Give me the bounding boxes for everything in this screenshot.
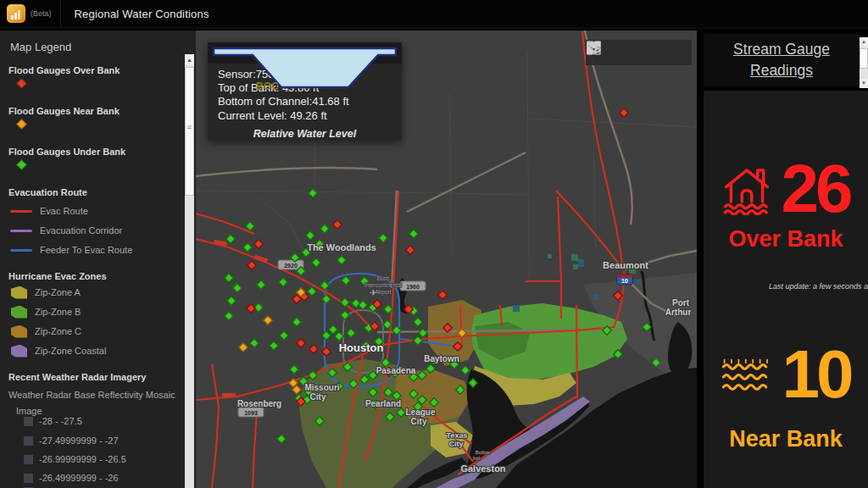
- map-city-label: Texas: [447, 431, 468, 440]
- radar-swatch: [24, 474, 33, 483]
- scrollbar-thumb[interactable]: ≡: [185, 67, 194, 196]
- near-bank-count: 10: [782, 341, 851, 408]
- sidebar-scrollbar[interactable]: ▲ ≡: [185, 54, 194, 488]
- radar-swatch: [24, 436, 33, 446]
- map-city-label: Pearland: [365, 399, 401, 408]
- legend-item-zone-a: Zip-Zone A: [11, 286, 81, 298]
- radar-item: -28 - -27.5: [24, 415, 82, 427]
- road-shield: 10: [621, 278, 628, 284]
- near-bank-diamond-swatch: [16, 119, 27, 130]
- over-bank-diamond-swatch: [16, 78, 27, 89]
- near-bank-stat-row: 10: [704, 341, 868, 408]
- evac-route-header: Evacuation Route: [8, 186, 87, 198]
- map-city-label: Arthur: [665, 308, 692, 317]
- popup-chart-title: Relative Water Level: [208, 128, 402, 140]
- map-city-label: Missouri: [304, 383, 339, 392]
- basemap-gallery-icon[interactable]: [669, 45, 685, 61]
- map-city-label: City: [411, 417, 427, 426]
- zone-coastal-swatch: [11, 345, 27, 358]
- map-city-label: Beaumont: [603, 260, 648, 270]
- legend-item-zone-c: Zip-Zone C: [11, 325, 81, 337]
- stream-gauge-header-card: Stream Gauge Readings: [704, 34, 860, 86]
- map-city-label: Intercontinental: [364, 282, 403, 288]
- popup-body: Sensor:758 Top of Bank: 43.80 ft Bottom …: [208, 64, 402, 140]
- radar-header: Recent Weather Radar Imagery: [8, 371, 146, 383]
- over-bank-label: Over Bank: [704, 226, 868, 252]
- over-bank-stat-row: 26: [704, 155, 868, 223]
- legend-item-zone-b: Zip-Zone B: [11, 306, 81, 318]
- legend-swatch-row: [18, 158, 25, 170]
- map-city-label: Houston: [339, 341, 384, 354]
- layers-icon[interactable]: [643, 45, 659, 61]
- map-city-label: City: [448, 440, 463, 448]
- legend-title: Map Legend: [10, 41, 71, 53]
- scrollbar-thumb[interactable]: [860, 48, 868, 69]
- map-city-label: Port: [672, 298, 690, 308]
- legend-item-evac-corridor: Evacuation Corridor: [10, 225, 122, 236]
- popup-current-level-line: Current Level: 49.26 ft: [208, 109, 402, 123]
- map-city-label: Bolivar: [476, 450, 491, 455]
- radar-item: -26.49999999 - -26: [24, 472, 119, 484]
- map-city-label: Pasadena: [376, 366, 416, 375]
- road-shield: 1093: [244, 410, 258, 416]
- radar-swatch: [24, 417, 33, 426]
- regional-water-conditions-app: { "topbar": {"beta_label": "(Beta)", "ti…: [0, 0, 868, 488]
- topbar-divider: [60, 0, 61, 28]
- legend-swatch-row: [18, 118, 25, 130]
- map-legend-panel: Map Legend Flood Gauges Over Bank Flood …: [0, 30, 196, 488]
- map-toolbar: [586, 40, 692, 65]
- channel-water-shape: [214, 48, 396, 87]
- feeder-line-swatch: [10, 249, 32, 252]
- map-city-label: Galveston: [460, 463, 505, 474]
- map-city-label: Bush: [377, 275, 390, 281]
- waves-icon: [721, 358, 772, 391]
- map-city-label: Airport: [375, 289, 391, 296]
- map-city-label: League: [405, 408, 435, 417]
- legend-swatch-row: [18, 77, 25, 89]
- scrollbar-up-arrow-icon[interactable]: ▲: [860, 37, 868, 47]
- panel-scrollbar[interactable]: ▲ ▼: [860, 37, 868, 88]
- legend-section-header: Flood Gauges Near Bank: [8, 105, 120, 117]
- gauges-near-bank-header: Flood Gauges Near Bank: [8, 106, 120, 116]
- under-bank-diamond-swatch: [16, 159, 27, 170]
- road-shield: 1960: [406, 284, 420, 290]
- stream-gauge-stats-panel: 26 Over Bank Last update: a few seconds …: [704, 91, 868, 488]
- map-city-label: Intl: [473, 456, 480, 461]
- hurricane-zones-header: Hurricane Evac Zones: [8, 270, 107, 282]
- flooded-house-icon: [722, 163, 771, 215]
- map-city-label: The Woodlands: [307, 242, 376, 252]
- radar-item: -27.49999999 - -27: [24, 435, 119, 446]
- legend-item-feeder: Feeder To Evac Route: [10, 244, 132, 256]
- stream-gauge-readings-link[interactable]: Stream Gauge Readings: [718, 39, 845, 82]
- app-logo-icon[interactable]: [7, 4, 25, 23]
- legend-section-header: Flood Gauges Under Bank: [8, 146, 125, 158]
- last-update-text: Last update: a few seconds ago: [769, 282, 868, 291]
- legend-list-icon[interactable]: [618, 45, 634, 61]
- radar-layer-name: Weather Radar Base Reflectivity Mosaic: [8, 389, 175, 401]
- zone-c-swatch: [11, 325, 27, 338]
- over-bank-count: 26: [782, 155, 850, 223]
- scrollbar-up-arrow-icon[interactable]: ▲: [185, 54, 194, 65]
- scrollbar-down-arrow-icon[interactable]: ▼: [860, 79, 868, 88]
- top-app-bar: (Beta) Regional Water Conditions: [0, 0, 868, 29]
- map-canvas[interactable]: ✈ 29201093196010 The WoodlandsBeaumontPo…: [196, 30, 697, 488]
- app-title: Regional Water Conditions: [75, 8, 209, 20]
- radar-swatch: [24, 455, 33, 464]
- legend-title-row: Map Legend: [10, 41, 71, 53]
- road-shield: 2920: [284, 263, 298, 269]
- radar-item: -26.99999999 - -26.5: [24, 453, 126, 465]
- zone-a-swatch: [11, 286, 27, 299]
- map-city-label: Baytown: [424, 354, 459, 363]
- water-level-diagram: BOC: [208, 45, 402, 93]
- evac-corridor-line-swatch: [10, 230, 32, 232]
- zone-b-swatch: [11, 306, 27, 319]
- map-city-label: City: [310, 392, 326, 402]
- popup-bottom-of-channel-line: Bottom of Channel:41.68 ft: [208, 95, 402, 108]
- legend-item-zone-coastal: Zip-Zone Coastal: [11, 345, 106, 357]
- map-city-label: Rosenberg: [237, 399, 281, 408]
- near-bank-label: Near Bank: [704, 426, 868, 452]
- beta-label: (Beta): [31, 9, 52, 18]
- evac-route-line-swatch: [10, 210, 32, 213]
- boc-label: BOC: [256, 80, 279, 92]
- gauges-under-bank-header: Flood Gauges Under Bank: [8, 147, 125, 157]
